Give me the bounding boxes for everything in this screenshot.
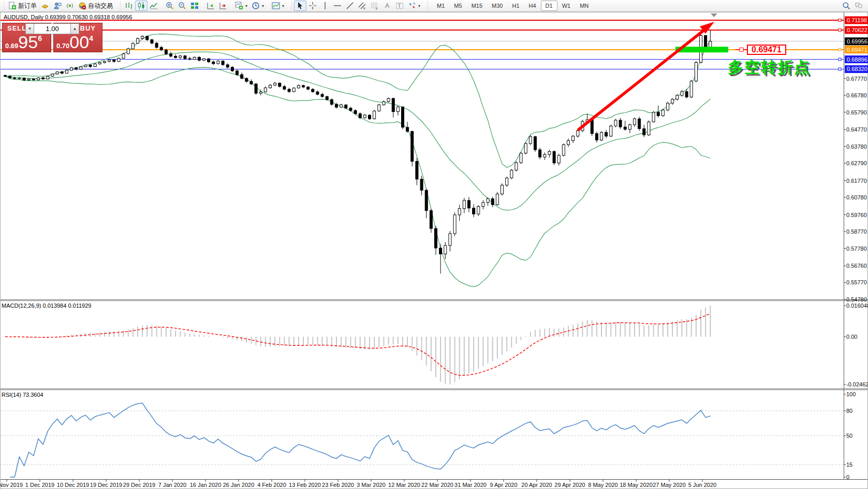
svg-text:0.59760: 0.59760 — [846, 212, 867, 218]
vertical-line-icon — [321, 2, 329, 10]
toolbar-drag-handle[interactable] — [3, 2, 5, 10]
dropdown-arrow-icon: ▾ — [245, 4, 247, 8]
trendline-icon — [346, 2, 354, 10]
toolbar-separator — [161, 1, 162, 10]
new-order-icon — [8, 2, 17, 10]
periods-button[interactable]: ▾ — [249, 1, 266, 11]
vertical-line-button[interactable] — [319, 1, 331, 11]
new-order-button[interactable]: 新订单 — [6, 1, 39, 11]
autotrading-label: 自动交易 — [88, 2, 113, 10]
candlestick-chart-button[interactable] — [135, 1, 148, 11]
volume-decrease-button[interactable]: ▼ — [25, 23, 34, 34]
sell-label: SELL — [7, 24, 26, 32]
equidistant-channel-button[interactable]: E — [356, 1, 369, 11]
svg-text:31 Mar 2020: 31 Mar 2020 — [454, 482, 487, 488]
crosshair-button[interactable] — [306, 1, 319, 11]
svg-text:22 Mar 2020: 22 Mar 2020 — [421, 482, 453, 488]
svg-text:22 Nov 2019: 22 Nov 2019 — [0, 482, 23, 488]
toolbar-drag-handle[interactable] — [120, 2, 122, 10]
svg-text:80: 80 — [846, 408, 852, 414]
crosshair-icon — [308, 2, 317, 10]
auto-scroll-button[interactable] — [204, 1, 217, 11]
svg-text:19 Dec 2019: 19 Dec 2019 — [90, 482, 122, 488]
toolbar-separator — [116, 1, 117, 10]
zoom-out-icon — [178, 2, 186, 10]
zoom-in-button[interactable] — [164, 1, 176, 11]
buy-price: 0.70004 — [56, 33, 93, 51]
tile-windows-icon — [190, 2, 199, 10]
timeframe-button-m30[interactable]: M30 — [487, 1, 507, 11]
main-toolbar: 新订单 自动交易 — [0, 0, 868, 12]
buy-label: BUY — [80, 24, 96, 32]
macd-indicator-label: MACD(12,26,9) 0.013984 0.011929 — [2, 303, 91, 309]
timeframe-button-w1[interactable]: W1 — [557, 1, 576, 11]
signals-button[interactable] — [64, 1, 76, 11]
turning-point-note[interactable]: 多空转折点 — [728, 57, 811, 78]
cursor-button[interactable] — [294, 1, 306, 11]
bar-chart-icon — [125, 2, 133, 10]
tile-windows-button[interactable] — [188, 1, 201, 11]
svg-text:29 Dec 2019: 29 Dec 2019 — [123, 482, 155, 488]
volume-input[interactable] — [34, 23, 70, 34]
timeframe-button-m1[interactable]: M1 — [432, 1, 449, 11]
line-chart-button[interactable] — [148, 1, 160, 11]
svg-text:E: E — [363, 7, 365, 10]
chart-shift-button[interactable] — [217, 1, 229, 11]
timeframe-button-h1[interactable]: H1 — [507, 1, 524, 11]
indicators-button[interactable]: ▾ — [233, 1, 249, 11]
arrows-icon — [408, 2, 416, 10]
text-label-button[interactable]: T — [393, 1, 406, 11]
toolbar-drag-handle[interactable] — [427, 2, 429, 10]
horizontal-line-button[interactable] — [331, 1, 344, 11]
dropdown-arrow-icon: ▾ — [418, 4, 420, 8]
timeframe-button-d1[interactable]: D1 — [541, 1, 557, 11]
svg-text:0.54780: 0.54780 — [846, 296, 867, 303]
volume-spinner: ▼ ▲ — [25, 23, 79, 34]
svg-text:4 Feb 2020: 4 Feb 2020 — [257, 482, 286, 488]
profile-button[interactable] — [51, 1, 64, 11]
timeframe-button-m5[interactable]: M5 — [449, 1, 466, 11]
svg-text:0.56760: 0.56760 — [846, 263, 867, 269]
volume-increase-button[interactable]: ▲ — [70, 23, 79, 34]
chart-title: AUDUSD, Daily 0.69399 0.70630 0.69318 0.… — [4, 14, 132, 20]
market-button[interactable] — [39, 1, 51, 11]
toolbar-drag-handle[interactable] — [291, 2, 293, 10]
bar-chart-button[interactable] — [123, 1, 135, 11]
svg-text:0.69956: 0.69956 — [847, 38, 867, 45]
zoom-out-button[interactable] — [176, 1, 188, 11]
chat-icon[interactable] — [855, 2, 863, 10]
arrows-button[interactable]: ▾ — [406, 1, 422, 11]
timeframe-button-mn[interactable]: MN — [575, 1, 593, 11]
fibonacci-button[interactable]: F — [369, 1, 381, 11]
svg-text:13 Feb 2020: 13 Feb 2020 — [289, 482, 321, 488]
autotrading-icon — [78, 2, 86, 10]
text-button[interactable]: A — [381, 1, 393, 11]
search-icon[interactable] — [842, 2, 850, 10]
new-order-label: 新订单 — [18, 2, 37, 10]
trendline-button[interactable] — [344, 1, 356, 11]
timeframe-button-m15[interactable]: M15 — [467, 1, 487, 11]
svg-text:9 Apr 2020: 9 Apr 2020 — [490, 482, 517, 488]
svg-text:0.64770: 0.64770 — [846, 126, 867, 133]
market-icon — [41, 2, 49, 10]
chart-shift-icon — [219, 2, 227, 10]
svg-text:0.65790: 0.65790 — [846, 109, 867, 116]
autotrading-button[interactable]: 自动交易 — [76, 1, 115, 11]
line-chart-icon — [150, 2, 158, 10]
svg-text:0.016048: 0.016048 — [846, 303, 868, 309]
timeframe-button-h4[interactable]: H4 — [524, 1, 541, 11]
one-click-trade-panel: SELL 0.69956 BUY 0.70004 ▼ ▲ — [2, 23, 102, 52]
svg-text:0.62790: 0.62790 — [846, 160, 867, 166]
cursor-icon — [296, 2, 304, 10]
text-label-icon: T — [395, 2, 404, 10]
svg-text:23 Feb 2020: 23 Feb 2020 — [322, 482, 354, 488]
svg-text:0.70622: 0.70622 — [847, 27, 867, 33]
svg-text:0.00: 0.00 — [846, 334, 857, 340]
toolbar-separator — [424, 1, 424, 10]
svg-text:0.68320: 0.68320 — [847, 66, 867, 72]
price-annotation-box[interactable]: 0.69471 — [747, 45, 786, 55]
svg-text:0.57780: 0.57780 — [846, 246, 867, 252]
svg-text:A: A — [385, 2, 389, 9]
templates-button[interactable]: ▾ — [270, 1, 286, 11]
svg-text:26 Jan 2020: 26 Jan 2020 — [223, 482, 255, 488]
